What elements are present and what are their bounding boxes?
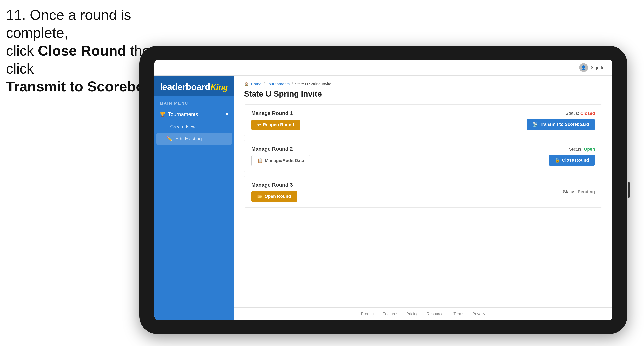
sign-in-label[interactable]: Sign In	[591, 65, 604, 70]
round-1-left: Manage Round 1 ↩ Reopen Round	[251, 110, 300, 130]
round-3-status-value: Pending	[578, 189, 595, 194]
round-1-title: Manage Round 1	[251, 110, 300, 116]
round-2-right: Status: Open 🔒 Close Round	[548, 147, 595, 166]
round-3-left: Manage Round 3 📂 Open Round	[251, 182, 297, 202]
sidebar-sub-item-edit-existing[interactable]: ✏️ Edit Existing	[156, 133, 232, 145]
open-icon: 📂	[257, 194, 263, 199]
nav-left: 🏆 Tournaments	[160, 111, 198, 117]
instruction-line1: 11. Once a round is complete,	[6, 7, 131, 41]
round-1-status: Status: Closed	[566, 111, 595, 116]
instruction-line2: click	[6, 43, 38, 59]
footer: Product Features Pricing Resources Terms…	[234, 307, 612, 320]
page-title: State U Spring Invite	[244, 89, 602, 98]
tournaments-label: Tournaments	[168, 111, 198, 117]
transmit-icon: 📡	[532, 122, 538, 127]
reopen-round-button[interactable]: ↩ Reopen Round	[251, 120, 300, 130]
round-2-status-value: Open	[584, 147, 595, 152]
breadcrumb-home[interactable]: Home	[251, 82, 262, 86]
edit-existing-label: Edit Existing	[176, 136, 202, 142]
edit-existing-icon: ✏️	[167, 136, 173, 142]
round-2-section: Manage Round 2 📋 Manage/Audit Data Statu…	[244, 140, 602, 172]
logo-leaderboard: leaderboard	[160, 82, 210, 92]
chevron-icon: ▾	[226, 111, 228, 117]
round-1-right: Status: Closed 📡 Transmit to Scoreboard	[526, 111, 595, 130]
tablet-frame: 👤 Sign In leaderboardKing MAIN MENU 🏆	[140, 46, 627, 334]
round-2-status: Status: Open	[569, 147, 595, 152]
transmit-label: Transmit to Scoreboard	[540, 122, 589, 127]
round-2-left: Manage Round 2 📋 Manage/Audit Data	[251, 146, 310, 166]
manage-audit-data-button[interactable]: 📋 Manage/Audit Data	[251, 155, 310, 166]
sidebar: leaderboardKing MAIN MENU 🏆 Tournaments …	[154, 76, 234, 320]
round-2-title: Manage Round 2	[251, 146, 310, 152]
top-bar: 👤 Sign In	[154, 60, 612, 76]
breadcrumb-current: State U Spring Invite	[295, 82, 331, 86]
tablet-side-button	[628, 182, 630, 198]
close-icon: 🔒	[554, 158, 560, 163]
open-round-button[interactable]: 📂 Open Round	[251, 191, 297, 202]
round-1-section: Manage Round 1 ↩ Reopen Round Status: Cl…	[244, 104, 602, 136]
home-icon: 🏠	[244, 82, 249, 86]
round-3-status: Status: Pending	[563, 189, 595, 194]
logo-king: King	[210, 82, 228, 92]
footer-features[interactable]: Features	[383, 312, 398, 316]
breadcrumb-sep2: /	[292, 82, 293, 86]
audit-label: Manage/Audit Data	[265, 158, 304, 163]
footer-product[interactable]: Product	[361, 312, 375, 316]
transmit-to-scoreboard-button[interactable]: 📡 Transmit to Scoreboard	[526, 119, 595, 130]
round-1-status-value: Closed	[580, 111, 595, 116]
create-new-label: Create New	[170, 124, 196, 130]
audit-icon: 📋	[258, 158, 263, 163]
round-3-section: Manage Round 3 📂 Open Round Status: Pend…	[244, 176, 602, 208]
sidebar-nav-item-tournaments[interactable]: 🏆 Tournaments ▾	[154, 108, 234, 121]
sidebar-sub-item-create-new[interactable]: + Create New	[154, 121, 234, 133]
user-avatar: 👤	[579, 63, 588, 72]
tablet-screen: 👤 Sign In leaderboardKing MAIN MENU 🏆	[154, 60, 612, 320]
sidebar-menu-label: MAIN MENU	[154, 96, 234, 108]
close-label: Close Round	[562, 158, 589, 163]
footer-terms[interactable]: Terms	[454, 312, 464, 316]
sign-in-area[interactable]: 👤 Sign In	[579, 63, 604, 72]
breadcrumb-tournaments[interactable]: Tournaments	[267, 82, 290, 86]
breadcrumb-sep1: /	[264, 82, 265, 86]
tournaments-icon: 🏆	[160, 112, 165, 117]
logo-text: leaderboardKing	[160, 82, 228, 92]
footer-resources[interactable]: Resources	[426, 312, 446, 316]
round-3-right: Status: Pending	[563, 189, 595, 194]
instruction-bold1: Close Round	[38, 43, 126, 59]
content-area: 🏠 Home / Tournaments / State U Spring In…	[234, 76, 612, 307]
open-label: Open Round	[265, 194, 291, 199]
sidebar-logo: leaderboardKing	[154, 76, 234, 96]
reopen-icon: ↩	[257, 122, 261, 128]
main-content: 🏠 Home / Tournaments / State U Spring In…	[234, 76, 612, 320]
reopen-label: Reopen Round	[263, 122, 294, 128]
footer-privacy[interactable]: Privacy	[472, 312, 486, 316]
round-3-title: Manage Round 3	[251, 182, 297, 188]
create-new-icon: +	[165, 124, 168, 130]
close-round-button[interactable]: 🔒 Close Round	[548, 155, 595, 166]
app-container: leaderboardKing MAIN MENU 🏆 Tournaments …	[154, 76, 612, 320]
breadcrumb: 🏠 Home / Tournaments / State U Spring In…	[244, 82, 602, 86]
footer-pricing[interactable]: Pricing	[406, 312, 418, 316]
